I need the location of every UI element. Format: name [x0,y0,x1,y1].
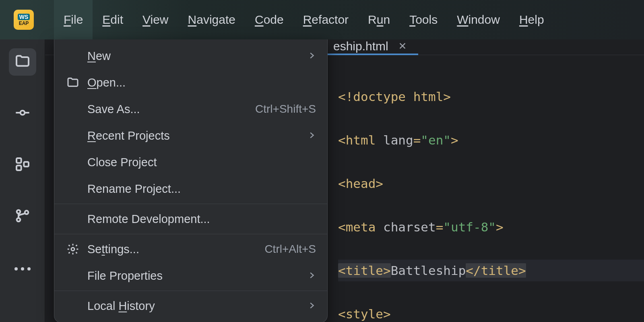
close-icon[interactable] [398,39,407,53]
ellipsis-icon [14,266,31,270]
menu-recent-projects[interactable]: Recent Projects [54,122,327,149]
menu-view[interactable]: View [133,0,178,39]
file-menu-dropdown: New Open... Save As... Ctrl+Shift+S Rece… [54,39,328,322]
git-branch-icon [14,208,31,225]
svg-rect-5 [24,162,29,167]
structure-tool-button[interactable] [9,151,36,179]
menu-new[interactable]: New [54,43,327,69]
svg-point-6 [17,210,20,214]
menu-separator [54,204,327,204]
menu-save-as[interactable]: Save As... Ctrl+Shift+S [54,96,327,122]
main: New Open... Save As... Ctrl+Shift+S Rece… [0,39,644,322]
menu-help[interactable]: Help [510,0,554,39]
menu-open[interactable]: Open... [54,69,327,96]
editor-tab[interactable]: eship.html [327,39,418,55]
app-icon-bottom: EAP [19,21,29,26]
chevron-right-icon [307,50,316,63]
titlebar: WS EAP File Edit View Navigate Code Refa… [0,0,644,39]
app-icon-top: WS [18,14,30,20]
commit-tool-button[interactable] [9,100,36,127]
menu-close-project[interactable]: Close Project [54,149,327,175]
svg-point-7 [17,218,20,222]
chevron-right-icon [307,269,316,283]
svg-point-9 [71,248,74,251]
gear-icon [66,243,80,256]
commit-icon [14,105,31,122]
chevron-right-icon [307,129,316,142]
more-tools-button[interactable] [9,254,36,282]
menu-refactor[interactable]: Refactor [293,0,358,39]
editor-area: New Open... Save As... Ctrl+Shift+S Rece… [45,39,644,322]
tab-filename: eship.html [333,39,388,53]
shortcut-text: Ctrl+Alt+S [264,243,316,256]
menu-file[interactable]: File [54,0,93,39]
svg-point-0 [20,111,25,115]
menu-edit[interactable]: Edit [93,0,133,39]
menu-navigate[interactable]: Navigate [178,0,245,39]
menu-separator [54,234,327,234]
vcs-tool-button[interactable] [9,203,36,230]
menu-remote-development[interactable]: Remote Development... [54,206,327,232]
chevron-right-icon [307,299,316,313]
shortcut-text: Ctrl+Shift+S [255,103,316,116]
menu-tools[interactable]: Tools [400,0,447,39]
svg-rect-3 [17,158,21,163]
menu-code[interactable]: Code [245,0,293,39]
menu-window[interactable]: Window [447,0,510,39]
structure-icon [14,156,31,174]
app-icon: WS EAP [14,10,34,30]
folder-icon [66,76,80,89]
svg-point-8 [25,211,28,214]
folder-icon [14,53,31,71]
menu-run[interactable]: Run [358,0,400,39]
code-editor[interactable]: <!doctype html> <html lang="en"> <head> … [327,55,644,322]
menubar: File Edit View Navigate Code Refactor Ru… [54,0,554,39]
menu-local-history[interactable]: Local History [54,293,327,319]
svg-rect-4 [17,165,21,170]
project-tool-button[interactable] [9,48,36,76]
menu-settings[interactable]: Settings... Ctrl+Alt+S [54,236,327,262]
left-gutter [0,39,45,322]
menu-separator [54,291,327,291]
menu-file-properties[interactable]: File Properties [54,262,327,289]
menu-rename-project[interactable]: Rename Project... [54,175,327,202]
